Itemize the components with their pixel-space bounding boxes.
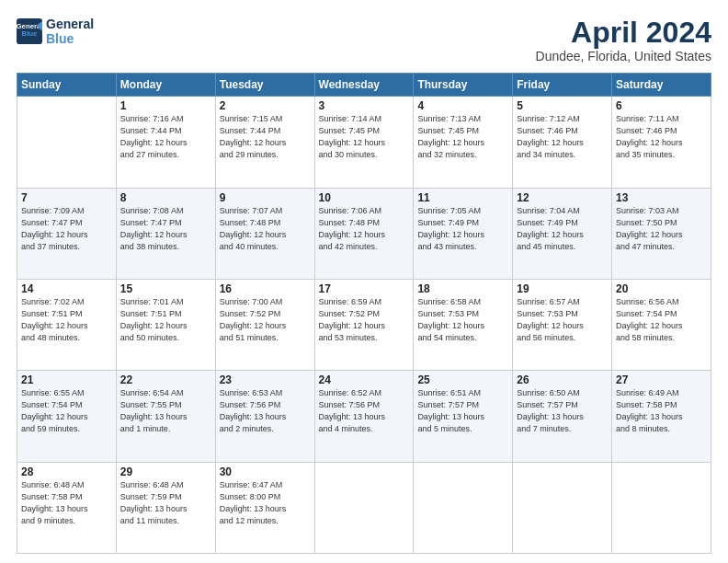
day-number: 8 [120, 191, 211, 204]
day-info: Sunrise: 6:53 AM Sunset: 7:56 PM Dayligh… [220, 387, 311, 435]
day-number: 1 [120, 99, 211, 112]
table-row: 4Sunrise: 7:13 AM Sunset: 7:45 PM Daylig… [414, 97, 513, 188]
day-number: 29 [120, 465, 211, 478]
day-number: 20 [616, 282, 707, 295]
table-row: 12Sunrise: 7:04 AM Sunset: 7:49 PM Dayli… [513, 188, 612, 279]
day-info: Sunrise: 7:13 AM Sunset: 7:45 PM Dayligh… [417, 113, 508, 161]
day-number: 12 [517, 191, 608, 204]
day-info: Sunrise: 7:07 AM Sunset: 7:48 PM Dayligh… [220, 205, 311, 253]
day-number: 17 [319, 282, 410, 295]
header: General Blue General Blue April 2024 Dun… [17, 17, 711, 63]
calendar-week-row: 28Sunrise: 6:48 AM Sunset: 7:58 PM Dayli… [17, 462, 711, 553]
day-info: Sunrise: 6:54 AM Sunset: 7:55 PM Dayligh… [120, 387, 211, 435]
table-row: 26Sunrise: 6:50 AM Sunset: 7:57 PM Dayli… [513, 371, 612, 462]
table-row [414, 462, 513, 553]
col-saturday: Saturday [612, 74, 711, 97]
day-info: Sunrise: 7:14 AM Sunset: 7:45 PM Dayligh… [319, 113, 410, 161]
day-info: Sunrise: 7:04 AM Sunset: 7:49 PM Dayligh… [517, 205, 608, 253]
calendar-table: Sunday Monday Tuesday Wednesday Thursday… [17, 73, 711, 554]
table-row: 15Sunrise: 7:01 AM Sunset: 7:51 PM Dayli… [116, 279, 215, 370]
day-number: 25 [417, 373, 508, 386]
day-info: Sunrise: 7:11 AM Sunset: 7:46 PM Dayligh… [616, 113, 707, 161]
calendar-title: April 2024 [536, 17, 711, 49]
logo-line2: Blue [46, 31, 94, 46]
table-row [612, 462, 711, 553]
table-row [17, 97, 117, 188]
col-sunday: Sunday [17, 74, 117, 97]
table-row: 10Sunrise: 7:06 AM Sunset: 7:48 PM Dayli… [314, 188, 414, 279]
day-info: Sunrise: 7:09 AM Sunset: 7:47 PM Dayligh… [21, 205, 112, 253]
day-info: Sunrise: 6:59 AM Sunset: 7:52 PM Dayligh… [319, 296, 410, 344]
calendar-week-row: 7Sunrise: 7:09 AM Sunset: 7:47 PM Daylig… [17, 188, 711, 279]
day-info: Sunrise: 7:08 AM Sunset: 7:47 PM Dayligh… [120, 205, 211, 253]
table-row: 19Sunrise: 6:57 AM Sunset: 7:53 PM Dayli… [513, 279, 612, 370]
calendar-week-row: 14Sunrise: 7:02 AM Sunset: 7:51 PM Dayli… [17, 279, 711, 370]
day-number: 11 [417, 191, 508, 204]
day-number: 2 [220, 99, 311, 112]
table-row: 9Sunrise: 7:07 AM Sunset: 7:48 PM Daylig… [215, 188, 314, 279]
table-row: 18Sunrise: 6:58 AM Sunset: 7:53 PM Dayli… [414, 279, 513, 370]
calendar-week-row: 21Sunrise: 6:55 AM Sunset: 7:54 PM Dayli… [17, 371, 711, 462]
day-info: Sunrise: 6:58 AM Sunset: 7:53 PM Dayligh… [417, 296, 508, 344]
day-number: 24 [319, 373, 410, 386]
day-info: Sunrise: 6:57 AM Sunset: 7:53 PM Dayligh… [517, 296, 608, 344]
table-row [314, 462, 414, 553]
table-row: 28Sunrise: 6:48 AM Sunset: 7:58 PM Dayli… [17, 462, 117, 553]
day-number: 7 [21, 191, 112, 204]
table-row: 29Sunrise: 6:48 AM Sunset: 7:59 PM Dayli… [116, 462, 215, 553]
day-number: 4 [417, 99, 508, 112]
calendar-subtitle: Dundee, Florida, United States [536, 49, 711, 63]
title-block: April 2024 Dundee, Florida, United State… [536, 17, 711, 63]
day-number: 27 [616, 373, 707, 386]
table-row: 20Sunrise: 6:56 AM Sunset: 7:54 PM Dayli… [612, 279, 711, 370]
col-wednesday: Wednesday [314, 74, 414, 97]
table-row: 30Sunrise: 6:47 AM Sunset: 8:00 PM Dayli… [215, 462, 314, 553]
table-row: 3Sunrise: 7:14 AM Sunset: 7:45 PM Daylig… [314, 97, 414, 188]
day-info: Sunrise: 6:48 AM Sunset: 7:59 PM Dayligh… [120, 479, 211, 527]
day-info: Sunrise: 6:51 AM Sunset: 7:57 PM Dayligh… [417, 387, 508, 435]
day-number: 30 [220, 465, 311, 478]
day-info: Sunrise: 7:01 AM Sunset: 7:51 PM Dayligh… [120, 296, 211, 344]
table-row: 14Sunrise: 7:02 AM Sunset: 7:51 PM Dayli… [17, 279, 117, 370]
day-number: 16 [220, 282, 311, 295]
table-row: 25Sunrise: 6:51 AM Sunset: 7:57 PM Dayli… [414, 371, 513, 462]
table-row: 2Sunrise: 7:15 AM Sunset: 7:44 PM Daylig… [215, 97, 314, 188]
calendar-week-row: 1Sunrise: 7:16 AM Sunset: 7:44 PM Daylig… [17, 97, 711, 188]
day-info: Sunrise: 7:15 AM Sunset: 7:44 PM Dayligh… [220, 113, 311, 161]
day-info: Sunrise: 6:49 AM Sunset: 7:58 PM Dayligh… [616, 387, 707, 435]
logo-line1: General [46, 17, 94, 31]
day-info: Sunrise: 6:52 AM Sunset: 7:56 PM Dayligh… [319, 387, 410, 435]
calendar-header-row: Sunday Monday Tuesday Wednesday Thursday… [17, 74, 711, 97]
table-row: 8Sunrise: 7:08 AM Sunset: 7:47 PM Daylig… [116, 188, 215, 279]
day-number: 18 [417, 282, 508, 295]
table-row: 1Sunrise: 7:16 AM Sunset: 7:44 PM Daylig… [116, 97, 215, 188]
table-row [513, 462, 612, 553]
col-thursday: Thursday [414, 74, 513, 97]
table-row: 27Sunrise: 6:49 AM Sunset: 7:58 PM Dayli… [612, 371, 711, 462]
day-number: 10 [319, 191, 410, 204]
table-row: 22Sunrise: 6:54 AM Sunset: 7:55 PM Dayli… [116, 371, 215, 462]
logo: General Blue General Blue [17, 17, 94, 46]
day-number: 15 [120, 282, 211, 295]
col-friday: Friday [513, 74, 612, 97]
day-info: Sunrise: 6:47 AM Sunset: 8:00 PM Dayligh… [220, 479, 311, 527]
day-info: Sunrise: 6:48 AM Sunset: 7:58 PM Dayligh… [21, 479, 112, 527]
day-number: 5 [517, 99, 608, 112]
day-number: 19 [517, 282, 608, 295]
day-info: Sunrise: 7:16 AM Sunset: 7:44 PM Dayligh… [120, 113, 211, 161]
day-info: Sunrise: 7:06 AM Sunset: 7:48 PM Dayligh… [319, 205, 410, 253]
table-row: 21Sunrise: 6:55 AM Sunset: 7:54 PM Dayli… [17, 371, 117, 462]
table-row: 24Sunrise: 6:52 AM Sunset: 7:56 PM Dayli… [314, 371, 414, 462]
day-number: 23 [220, 373, 311, 386]
logo-icon: General Blue [17, 18, 42, 44]
day-number: 3 [319, 99, 410, 112]
table-row: 16Sunrise: 7:00 AM Sunset: 7:52 PM Dayli… [215, 279, 314, 370]
day-info: Sunrise: 7:02 AM Sunset: 7:51 PM Dayligh… [21, 296, 112, 344]
table-row: 23Sunrise: 6:53 AM Sunset: 7:56 PM Dayli… [215, 371, 314, 462]
col-monday: Monday [116, 74, 215, 97]
table-row: 11Sunrise: 7:05 AM Sunset: 7:49 PM Dayli… [414, 188, 513, 279]
table-row: 17Sunrise: 6:59 AM Sunset: 7:52 PM Dayli… [314, 279, 414, 370]
day-info: Sunrise: 7:03 AM Sunset: 7:50 PM Dayligh… [616, 205, 707, 253]
day-number: 26 [517, 373, 608, 386]
day-info: Sunrise: 6:55 AM Sunset: 7:54 PM Dayligh… [21, 387, 112, 435]
